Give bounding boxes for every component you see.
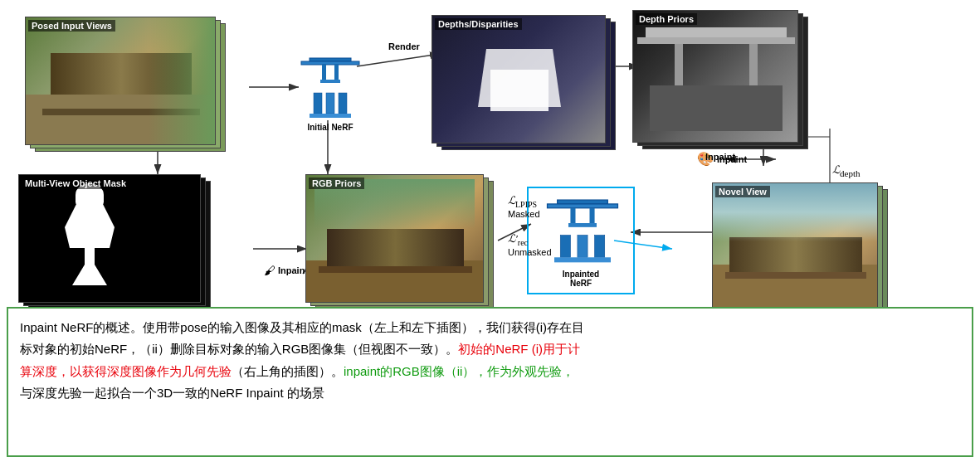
- inpaint-bot-label: 🖌 Inpaint: [264, 264, 308, 277]
- svg-rect-35: [590, 208, 595, 223]
- posed-input-label: Posed Input Views: [28, 20, 115, 32]
- svg-rect-24: [322, 65, 326, 80]
- svg-text:Initial NeRF: Initial NeRF: [307, 123, 353, 132]
- inpaint-top-text: Inpaint: [705, 152, 735, 162]
- svg-rect-30: [310, 114, 351, 118]
- svg-rect-37: [560, 236, 570, 258]
- inpainted-nerf-label: InpaintedNeRF: [529, 270, 633, 288]
- svg-rect-25: [334, 65, 339, 80]
- svg-rect-39: [595, 236, 605, 258]
- svg-rect-29: [339, 93, 347, 114]
- text-line-4: 与深度先验一起拟合一个3D一致的NeRF Inpaint 的场景: [20, 386, 324, 400]
- text-line-1: Inpaint NeRF的概述。使用带pose的输入图像及其相应的mask（左上…: [20, 320, 584, 334]
- svg-rect-22: [310, 58, 351, 61]
- l-lpips-label: ℒLPIPS Masked: [508, 192, 540, 219]
- svg-rect-32: [558, 200, 608, 204]
- l-depth-label: ℒdepth: [832, 162, 860, 178]
- text-line-2: 标对象的初始NeRF，（ii）删除目标对象的输入RGB图像集（但视图不一致）。初…: [20, 342, 580, 356]
- svg-rect-33: [548, 204, 618, 208]
- initial-nerf-icon: Initial NeRF: [297, 50, 363, 136]
- text-line-3: 算深度，以获得深度图像作为几何先验（右上角的插图）。inpaint的RGB图像（…: [20, 364, 574, 378]
- svg-rect-38: [578, 236, 588, 258]
- l-rec-label: ℒ′rec Unmasked: [508, 231, 552, 257]
- depths-disparities-label: Depths/Disparities: [435, 18, 522, 30]
- svg-rect-36: [568, 223, 597, 227]
- svg-rect-40: [554, 257, 611, 262]
- svg-rect-26: [320, 80, 340, 83]
- svg-line-5: [357, 54, 440, 66]
- text-section: Inpaint NeRF的概述。使用带pose的输入图像及其相应的mask（左上…: [7, 307, 973, 457]
- svg-rect-28: [326, 93, 334, 114]
- rgb-priors-label: RGB Priors: [309, 177, 364, 189]
- multiview-mask-label: Multi-View Object Mask: [22, 177, 129, 189]
- svg-rect-34: [570, 208, 575, 223]
- render-label: Render: [388, 41, 420, 51]
- novel-view-label: Novel View: [715, 186, 770, 197]
- depth-priors-label: Depth Priors: [636, 13, 697, 25]
- svg-rect-27: [314, 93, 322, 114]
- diagram-section: Posed Input Views Initial NeRF Render: [0, 0, 980, 307]
- svg-rect-23: [301, 61, 359, 65]
- main-container: Posed Input Views Initial NeRF Render: [0, 0, 980, 457]
